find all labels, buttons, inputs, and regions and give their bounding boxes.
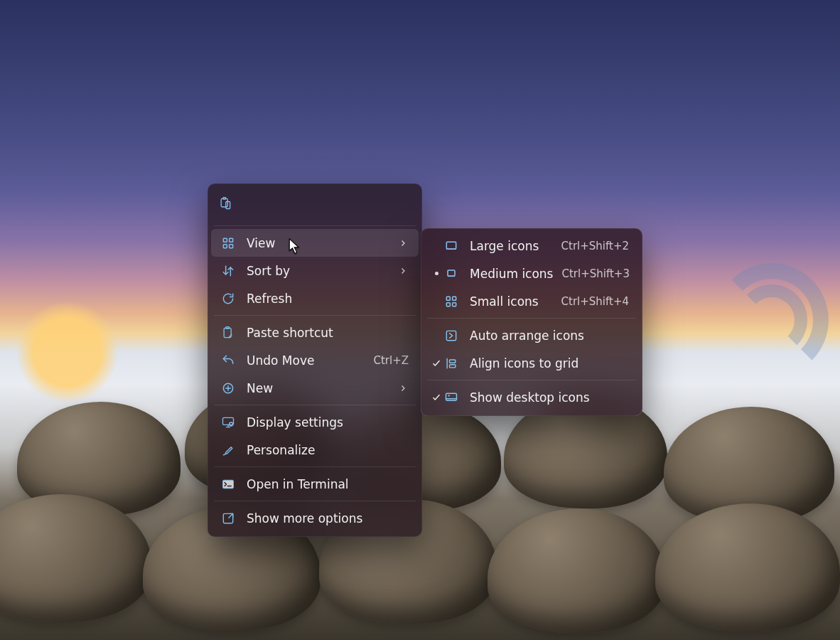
expand-icon	[221, 511, 235, 526]
svg-rect-0	[221, 198, 227, 207]
brush-icon	[221, 443, 235, 457]
menu-label: Open in Terminal	[247, 477, 409, 491]
submenu-item-align-grid[interactable]: Align icons to grid	[424, 349, 639, 377]
svg-rect-5	[223, 244, 227, 247]
svg-rect-6	[230, 244, 233, 247]
menu-item-display-settings[interactable]: Display settings	[211, 408, 419, 436]
small-grid-icon	[444, 294, 458, 309]
menu-label: Paste shortcut	[247, 326, 409, 340]
svg-rect-18	[446, 302, 450, 306]
svg-rect-14	[446, 242, 456, 249]
svg-rect-16	[446, 297, 450, 300]
display-gear-icon	[221, 415, 235, 430]
terminal-icon	[221, 477, 235, 491]
paste-icon[interactable]	[218, 196, 232, 210]
desktop-context-menu: View Sort by Refresh	[208, 183, 422, 537]
submenu-item-medium-icons[interactable]: Medium icons Ctrl+Shift+3	[424, 260, 639, 287]
separator	[427, 318, 636, 319]
context-menu-toolbar	[208, 184, 421, 223]
menu-item-refresh[interactable]: Refresh	[211, 284, 419, 312]
separator	[214, 225, 416, 226]
menu-hotkey: Ctrl+Shift+3	[561, 267, 629, 280]
chevron-right-icon	[399, 236, 409, 250]
radio-indicator	[430, 272, 443, 275]
svg-point-11	[230, 422, 233, 426]
submenu-item-auto-arrange[interactable]: Auto arrange icons	[424, 321, 639, 349]
menu-item-personalize[interactable]: Personalize	[211, 436, 419, 464]
check-indicator	[430, 393, 443, 402]
menu-label: Large icons	[470, 239, 553, 253]
svg-rect-17	[453, 297, 456, 300]
watermark-logo	[715, 263, 829, 377]
menu-label: Personalize	[247, 443, 409, 457]
menu-label: Show desktop icons	[470, 390, 629, 405]
auto-arrange-icon	[444, 329, 458, 343]
chevron-right-icon	[399, 264, 409, 278]
menu-item-sort-by[interactable]: Sort by	[211, 257, 419, 284]
menu-item-show-more-options[interactable]: Show more options	[211, 504, 419, 532]
menu-item-open-terminal[interactable]: Open in Terminal	[211, 470, 419, 498]
svg-rect-3	[223, 238, 227, 242]
svg-rect-23	[446, 393, 457, 400]
menu-label: Show more options	[247, 511, 409, 526]
chevron-right-icon	[399, 381, 409, 395]
separator	[214, 501, 416, 501]
separator	[214, 315, 416, 316]
svg-rect-21	[450, 360, 456, 363]
view-submenu: Large icons Ctrl+Shift+2 Medium icons Ct…	[421, 228, 642, 416]
svg-rect-19	[453, 302, 456, 306]
grid-icon	[221, 236, 235, 250]
svg-rect-4	[230, 238, 233, 242]
align-grid-icon	[444, 356, 458, 370]
menu-label: Refresh	[247, 292, 409, 306]
menu-hotkey: Ctrl+Shift+4	[561, 295, 629, 308]
svg-rect-20	[446, 331, 456, 340]
submenu-item-large-icons[interactable]: Large icons Ctrl+Shift+2	[424, 232, 639, 260]
separator	[214, 466, 416, 467]
menu-label: Medium icons	[470, 267, 553, 281]
menu-label: Auto arrange icons	[470, 329, 629, 343]
menu-item-view[interactable]: View	[211, 229, 419, 257]
menu-label: Small icons	[470, 294, 553, 309]
separator	[427, 380, 636, 380]
paste-shortcut-icon	[221, 326, 235, 340]
menu-label: Sort by	[247, 264, 393, 278]
submenu-item-show-desktop-icons[interactable]: Show desktop icons	[424, 383, 639, 411]
menu-hotkey: Ctrl+Shift+2	[561, 240, 629, 252]
menu-label: Align icons to grid	[470, 356, 629, 370]
svg-rect-12	[223, 480, 234, 489]
menu-label: View	[247, 236, 393, 250]
svg-rect-15	[448, 270, 455, 276]
desktop-icon	[444, 390, 458, 405]
menu-label: Display settings	[247, 415, 409, 430]
undo-icon	[221, 353, 235, 368]
large-thumb-icon	[444, 239, 458, 253]
separator	[214, 405, 416, 405]
refresh-icon	[221, 292, 235, 306]
medium-thumb-icon	[444, 267, 458, 281]
svg-point-24	[448, 395, 450, 396]
svg-rect-10	[223, 417, 234, 425]
svg-rect-22	[450, 364, 456, 367]
plus-circle-icon	[221, 381, 235, 395]
submenu-item-small-icons[interactable]: Small icons Ctrl+Shift+4	[424, 287, 639, 315]
check-indicator	[430, 358, 443, 368]
menu-label: Undo Move	[247, 353, 365, 368]
menu-item-new[interactable]: New	[211, 374, 419, 402]
menu-item-undo-move[interactable]: Undo Move Ctrl+Z	[211, 346, 419, 374]
sort-icon	[221, 264, 235, 278]
menu-item-paste-shortcut[interactable]: Paste shortcut	[211, 319, 419, 346]
menu-label: New	[247, 381, 393, 395]
menu-hotkey: Ctrl+Z	[373, 354, 409, 367]
